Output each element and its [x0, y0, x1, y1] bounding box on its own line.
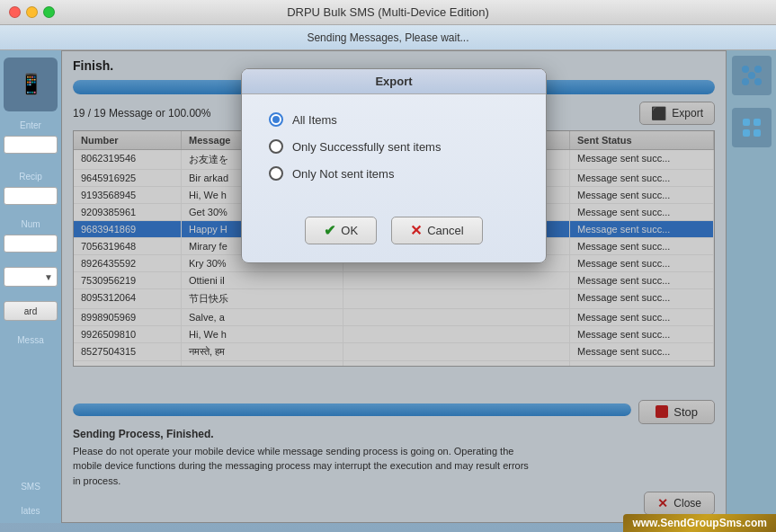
- radio-all-circle: [269, 112, 283, 127]
- recipients-input[interactable]: [4, 187, 58, 205]
- ok-check-icon: ✔: [324, 222, 335, 239]
- svg-point-1: [754, 66, 762, 73]
- svg-point-3: [742, 78, 749, 85]
- modal-buttons: ✔ OK ✕ Cancel: [242, 211, 546, 262]
- radio-sent-circle: [269, 139, 283, 154]
- cancel-button[interactable]: ✕ Cancel: [391, 217, 482, 244]
- phone-icon: 📱: [4, 58, 58, 111]
- radio-not-sent-items[interactable]: Only Not sent items: [269, 166, 519, 181]
- close-button[interactable]: [9, 6, 21, 18]
- svg-rect-6: [754, 119, 761, 126]
- ok-button[interactable]: ✔ OK: [305, 217, 377, 244]
- right-sidebar: [727, 50, 776, 523]
- sub-header-text: Sending Messages, Please wait...: [307, 31, 468, 44]
- radio-not-sent-circle: [269, 166, 283, 181]
- enter-label: Enter: [4, 120, 58, 130]
- enter-input[interactable]: [4, 136, 58, 154]
- ok-label: OK: [341, 224, 358, 237]
- message-label: Messa: [4, 335, 58, 345]
- sub-header: Sending Messages, Please wait...: [0, 25, 776, 50]
- cancel-x-icon: ✕: [410, 222, 422, 239]
- number-label: Num: [4, 219, 58, 229]
- svg-point-0: [742, 66, 749, 73]
- cancel-label: Cancel: [427, 224, 463, 237]
- modal-title: Export: [242, 69, 546, 94]
- svg-rect-7: [743, 129, 750, 137]
- radio-sent-label: Only Successfully sent items: [292, 140, 441, 154]
- export-modal: Export All Items Only Successfully sent …: [241, 68, 547, 263]
- right-icon-1: [732, 56, 772, 95]
- watermark: www.SendGroupSms.com: [623, 514, 776, 532]
- dropdown[interactable]: ▼: [4, 267, 58, 287]
- radio-all-dot: [272, 116, 280, 123]
- app-title: DRPU Bulk SMS (Multi-Device Edition): [287, 5, 489, 19]
- svg-rect-8: [754, 129, 761, 137]
- card-button[interactable]: ard: [4, 301, 58, 321]
- recipients-label: Recip: [4, 172, 58, 182]
- maximize-button[interactable]: [43, 6, 55, 18]
- right-icon-2: [732, 108, 772, 147]
- svg-rect-5: [743, 119, 750, 126]
- svg-point-2: [748, 72, 755, 79]
- sms-label: SMS: [4, 482, 58, 492]
- radio-sent-items[interactable]: Only Successfully sent items: [269, 139, 519, 154]
- svg-point-4: [754, 78, 762, 85]
- radio-all-label: All Items: [292, 113, 337, 127]
- modal-overlay: Export All Items Only Successfully sent …: [61, 50, 727, 523]
- radio-all-items[interactable]: All Items: [269, 112, 519, 127]
- number-input[interactable]: [4, 235, 58, 253]
- modal-body: All Items Only Successfully sent items O…: [242, 94, 546, 211]
- title-bar: DRPU Bulk SMS (Multi-Device Edition): [0, 0, 776, 25]
- minimize-button[interactable]: [26, 6, 38, 18]
- dropdown-arrow: ▼: [44, 272, 53, 282]
- radio-not-sent-label: Only Not sent items: [292, 167, 394, 181]
- traffic-lights: [9, 6, 55, 18]
- left-sidebar: 📱 Enter Recip Num ▼ ard Messa SMS lates: [0, 50, 61, 523]
- templates-label: lates: [4, 506, 58, 516]
